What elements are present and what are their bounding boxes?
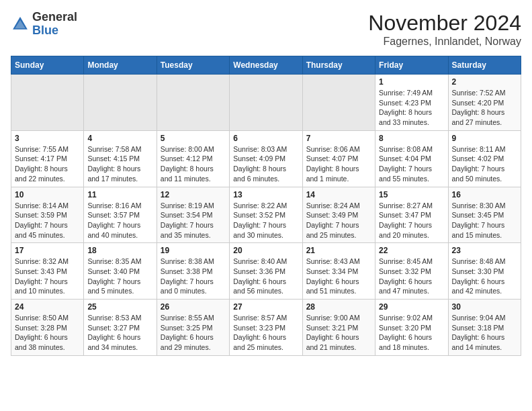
calendar-cell: 22Sunrise: 8:45 AM Sunset: 3:32 PM Dayli… [375, 243, 448, 300]
calendar-cell: 11Sunrise: 8:16 AM Sunset: 3:57 PM Dayli… [84, 187, 157, 243]
day-number: 19 [161, 246, 226, 255]
day-number: 25 [87, 302, 152, 312]
calendar-cell: 6Sunrise: 8:03 AM Sunset: 4:09 PM Daylig… [230, 130, 302, 187]
day-number: 4 [87, 134, 152, 143]
calendar-cell: 3Sunrise: 7:55 AM Sunset: 4:17 PM Daylig… [11, 130, 84, 187]
day-number: 23 [452, 246, 517, 255]
day-info: Sunrise: 8:40 AM Sunset: 3:36 PM Dayligh… [233, 257, 298, 296]
day-number: 26 [161, 302, 226, 312]
day-number: 29 [379, 302, 444, 312]
calendar-cell: 9Sunrise: 8:11 AM Sunset: 4:02 PM Daylig… [448, 130, 521, 187]
calendar-cell: 14Sunrise: 8:24 AM Sunset: 3:49 PM Dayli… [302, 187, 375, 243]
day-info: Sunrise: 8:45 AM Sunset: 3:32 PM Dayligh… [379, 257, 444, 296]
calendar-cell: 16Sunrise: 8:30 AM Sunset: 3:45 PM Dayli… [448, 187, 521, 243]
calendar-cell [157, 75, 229, 131]
day-number: 22 [379, 246, 444, 255]
calendar-cell: 7Sunrise: 8:06 AM Sunset: 4:07 PM Daylig… [302, 130, 375, 187]
day-number: 3 [15, 134, 80, 143]
day-number: 20 [233, 246, 298, 255]
calendar-cell: 10Sunrise: 8:14 AM Sunset: 3:59 PM Dayli… [11, 187, 84, 243]
calendar-week-4: 17Sunrise: 8:32 AM Sunset: 3:43 PM Dayli… [11, 243, 521, 300]
calendar-body: 1Sunrise: 7:49 AM Sunset: 4:23 PM Daylig… [11, 75, 521, 356]
day-number: 1 [379, 77, 444, 87]
calendar-cell: 30Sunrise: 9:04 AM Sunset: 3:18 PM Dayli… [448, 300, 521, 356]
day-info: Sunrise: 8:43 AM Sunset: 3:34 PM Dayligh… [306, 257, 371, 296]
calendar-cell: 8Sunrise: 8:08 AM Sunset: 4:04 PM Daylig… [375, 130, 448, 187]
day-number: 2 [452, 77, 517, 87]
day-info: Sunrise: 8:27 AM Sunset: 3:47 PM Dayligh… [379, 201, 444, 240]
day-number: 12 [161, 190, 226, 199]
day-number: 30 [452, 302, 517, 312]
calendar-cell: 2Sunrise: 7:52 AM Sunset: 4:20 PM Daylig… [448, 75, 521, 131]
day-info: Sunrise: 7:49 AM Sunset: 4:23 PM Dayligh… [379, 88, 444, 128]
calendar-cell: 24Sunrise: 8:50 AM Sunset: 3:28 PM Dayli… [11, 300, 84, 356]
title-block: November 2024 Fagernes, Innlandet, Norwa… [368, 11, 521, 48]
calendar-cell: 26Sunrise: 8:55 AM Sunset: 3:25 PM Dayli… [157, 300, 229, 356]
calendar-cell: 5Sunrise: 8:00 AM Sunset: 4:12 PM Daylig… [157, 130, 229, 187]
day-info: Sunrise: 8:55 AM Sunset: 3:25 PM Dayligh… [161, 313, 226, 353]
day-info: Sunrise: 8:03 AM Sunset: 4:09 PM Dayligh… [233, 144, 298, 184]
day-number: 24 [15, 302, 80, 312]
day-info: Sunrise: 8:11 AM Sunset: 4:02 PM Dayligh… [452, 144, 517, 184]
calendar-cell: 23Sunrise: 8:48 AM Sunset: 3:30 PM Dayli… [448, 243, 521, 300]
logo-icon [11, 15, 30, 34]
page-header: General Blue November 2024 Fagernes, Inn… [11, 11, 521, 48]
day-number: 28 [306, 302, 371, 312]
day-info: Sunrise: 8:22 AM Sunset: 3:52 PM Dayligh… [233, 201, 298, 240]
day-info: Sunrise: 8:57 AM Sunset: 3:23 PM Dayligh… [233, 313, 298, 353]
weekday-header-saturday: Saturday [448, 56, 521, 75]
weekday-header-monday: Monday [84, 56, 157, 75]
day-info: Sunrise: 8:30 AM Sunset: 3:45 PM Dayligh… [452, 201, 517, 240]
day-number: 10 [15, 190, 80, 199]
day-info: Sunrise: 8:19 AM Sunset: 3:54 PM Dayligh… [161, 201, 226, 240]
calendar-cell: 28Sunrise: 9:00 AM Sunset: 3:21 PM Dayli… [302, 300, 375, 356]
day-info: Sunrise: 8:48 AM Sunset: 3:30 PM Dayligh… [452, 257, 517, 296]
calendar-cell [302, 75, 375, 131]
weekday-header-tuesday: Tuesday [157, 56, 229, 75]
calendar-cell [84, 75, 157, 131]
calendar-cell: 25Sunrise: 8:53 AM Sunset: 3:27 PM Dayli… [84, 300, 157, 356]
calendar-cell: 17Sunrise: 8:32 AM Sunset: 3:43 PM Dayli… [11, 243, 84, 300]
day-info: Sunrise: 8:14 AM Sunset: 3:59 PM Dayligh… [15, 201, 80, 240]
day-number: 17 [15, 246, 80, 255]
day-number: 11 [87, 190, 152, 199]
day-info: Sunrise: 8:38 AM Sunset: 3:38 PM Dayligh… [161, 257, 226, 296]
calendar-cell: 19Sunrise: 8:38 AM Sunset: 3:38 PM Dayli… [157, 243, 229, 300]
day-info: Sunrise: 8:00 AM Sunset: 4:12 PM Dayligh… [161, 144, 226, 184]
calendar-week-5: 24Sunrise: 8:50 AM Sunset: 3:28 PM Dayli… [11, 300, 521, 356]
weekday-header-row: SundayMondayTuesdayWednesdayThursdayFrid… [11, 56, 521, 75]
day-info: Sunrise: 8:53 AM Sunset: 3:27 PM Dayligh… [87, 313, 152, 353]
day-number: 9 [452, 134, 517, 143]
day-number: 8 [379, 134, 444, 143]
calendar-header: SundayMondayTuesdayWednesdayThursdayFrid… [11, 56, 521, 75]
logo-text: General Blue [32, 11, 77, 38]
day-number: 15 [379, 190, 444, 199]
day-info: Sunrise: 7:58 AM Sunset: 4:15 PM Dayligh… [87, 144, 152, 184]
day-number: 5 [161, 134, 226, 143]
day-number: 7 [306, 134, 371, 143]
day-info: Sunrise: 8:16 AM Sunset: 3:57 PM Dayligh… [87, 201, 152, 240]
calendar-week-3: 10Sunrise: 8:14 AM Sunset: 3:59 PM Dayli… [11, 187, 521, 243]
calendar-cell: 27Sunrise: 8:57 AM Sunset: 3:23 PM Dayli… [230, 300, 302, 356]
day-info: Sunrise: 8:50 AM Sunset: 3:28 PM Dayligh… [15, 313, 80, 353]
calendar-week-2: 3Sunrise: 7:55 AM Sunset: 4:17 PM Daylig… [11, 130, 521, 187]
day-info: Sunrise: 8:32 AM Sunset: 3:43 PM Dayligh… [15, 257, 80, 296]
weekday-header-sunday: Sunday [11, 56, 84, 75]
logo-general-text: General [32, 11, 77, 24]
day-info: Sunrise: 9:00 AM Sunset: 3:21 PM Dayligh… [306, 313, 371, 353]
day-info: Sunrise: 8:35 AM Sunset: 3:40 PM Dayligh… [87, 257, 152, 296]
weekday-header-friday: Friday [375, 56, 448, 75]
day-number: 13 [233, 190, 298, 199]
day-info: Sunrise: 7:52 AM Sunset: 4:20 PM Dayligh… [452, 88, 517, 128]
day-info: Sunrise: 7:55 AM Sunset: 4:17 PM Dayligh… [15, 144, 80, 184]
day-number: 21 [306, 246, 371, 255]
day-number: 14 [306, 190, 371, 199]
calendar-cell: 29Sunrise: 9:02 AM Sunset: 3:20 PM Dayli… [375, 300, 448, 356]
calendar-cell: 13Sunrise: 8:22 AM Sunset: 3:52 PM Dayli… [230, 187, 302, 243]
day-info: Sunrise: 8:08 AM Sunset: 4:04 PM Dayligh… [379, 144, 444, 184]
calendar-cell [11, 75, 84, 131]
month-year-title: November 2024 [368, 11, 521, 36]
logo: General Blue [11, 11, 77, 38]
day-number: 6 [233, 134, 298, 143]
calendar-cell: 4Sunrise: 7:58 AM Sunset: 4:15 PM Daylig… [84, 130, 157, 187]
